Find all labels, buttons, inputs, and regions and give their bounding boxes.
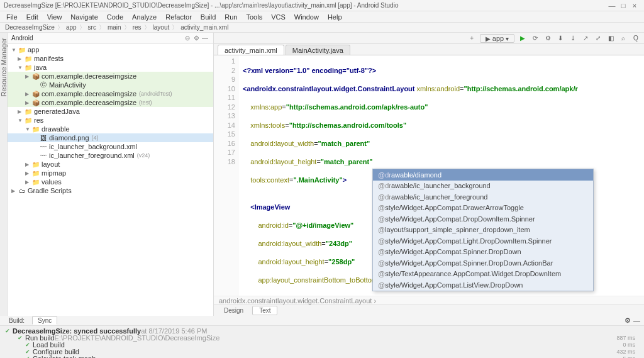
search-everywhere-icon[interactable]: Q: [631, 34, 640, 43]
build-item[interactable]: ✔Run build E:\PROJEKTE\ANDROID_STUDIO\De…: [5, 334, 639, 341]
tree-item-java[interactable]: ▼📁java: [8, 63, 213, 72]
tab-mainactivity[interactable]: MainActivity.java: [286, 45, 350, 55]
breadcrumb: DecreaseImgSize〉 app〉 src〉 main〉 res〉 la…: [0, 23, 644, 33]
add-config-button[interactable]: +: [467, 34, 476, 43]
build-panel-tabs: Build: Sync ⚙ —: [0, 316, 644, 326]
tree-item-manifests[interactable]: ▶📁manifests: [8, 54, 213, 63]
design-text-tabs: Design Text: [214, 305, 644, 316]
autocomplete-item[interactable]: @style/Widget.AppCompat.DropDownItem.Spi…: [373, 213, 593, 225]
code-editor[interactable]: 129101112131415161718 <?xml version="1.0…: [214, 55, 644, 296]
text-tab[interactable]: Text: [252, 306, 277, 315]
avd-icon[interactable]: ⤢: [594, 34, 602, 43]
build-tree[interactable]: ✔DecreaseImgSize: synced successfully at…: [0, 326, 644, 358]
tree-item-gradle-scripts[interactable]: ▶🗂Gradle Scripts: [8, 186, 213, 195]
build-panel: ✔DecreaseImgSize: synced successfully at…: [0, 326, 644, 358]
tree-item-generatedjava[interactable]: ▶📁generatedJava: [8, 107, 213, 116]
gear-icon[interactable]: ⚙: [192, 35, 201, 42]
close-button[interactable]: ×: [629, 2, 640, 9]
tree-item-layout[interactable]: ▶📁layout: [8, 160, 213, 169]
sdk-icon[interactable]: ◧: [606, 34, 615, 43]
menu-refactor[interactable]: Refactor: [162, 13, 196, 21]
crumb-main[interactable]: main: [106, 24, 123, 31]
menu-vcs[interactable]: VCS: [267, 13, 289, 21]
collapse-icon[interactable]: ⊖: [183, 35, 192, 42]
stop-icon[interactable]: ⤓: [569, 34, 577, 43]
crumb-app[interactable]: app: [65, 24, 78, 31]
autocomplete-item[interactable]: @style/Widget.AppCompat.Spinner.DropDown: [373, 247, 593, 258]
menu-analyze[interactable]: Analyze: [128, 13, 160, 21]
window-title: DecreaseImgSize [E:\PROJEKTE\ANDROID_STU…: [4, 2, 606, 9]
main-toolbar: + ▶ app ▾ ▶ ⟳ ⚙ ⬇ ⤓ ↗ ⤢ ◧ ⌕ Q: [214, 33, 644, 44]
menu-help[interactable]: Help: [324, 13, 346, 21]
toolwindow-resource-manager[interactable]: Resource Manager: [0, 38, 8, 97]
project-panel: Android ⊖ ⚙ — ▼📁app▶📁manifests▼📁java▶📦co…: [8, 33, 214, 316]
build-hide-icon[interactable]: —: [633, 317, 640, 325]
tree-item-mainactivity[interactable]: ⒸMainActivity: [8, 81, 213, 89]
menu-window[interactable]: Window: [291, 13, 323, 21]
autocomplete-item[interactable]: @drawable/ic_launcher_foreground: [373, 191, 593, 203]
crumb-src[interactable]: src: [87, 24, 97, 31]
titlebar: DecreaseImgSize [E:\PROJEKTE\ANDROID_STU…: [0, 0, 644, 11]
menu-build[interactable]: Build: [197, 13, 219, 21]
tree-item-values[interactable]: ▶📁values: [8, 177, 213, 186]
build-item[interactable]: ✔Load build0 ms: [5, 341, 639, 348]
build-tab-build[interactable]: Build:: [4, 317, 30, 324]
tree-item-ic-launcher-background-xml[interactable]: 〰ic_launcher_background.xml: [8, 142, 213, 151]
autocomplete-item[interactable]: @style/Widget.AppCompat.Light.DropDownIt…: [373, 235, 593, 247]
project-view-selector[interactable]: Android: [11, 35, 183, 42]
tree-item-app[interactable]: ▼📁app: [8, 45, 213, 54]
menu-run[interactable]: Run: [221, 13, 241, 21]
build-item[interactable]: ✔Configure build432 ms: [5, 348, 639, 355]
tree-item-drawable[interactable]: ▼📁drawable: [8, 125, 213, 133]
bottom-area: Build: Sync ⚙ — ✔DecreaseImgSize: synced…: [0, 316, 644, 358]
autocomplete-item[interactable]: @style/Widget.AppCompat.DrawerArrowToggl…: [373, 203, 593, 214]
tree-item-mipmap[interactable]: ▶📁mipmap: [8, 169, 213, 177]
tree-item-com-example-decreaseimgsize[interactable]: ▶📦com.example.decreaseimgsize(test): [8, 98, 213, 107]
autocomplete-item[interactable]: @drawable/ic_launcher_background: [373, 181, 593, 192]
build-gear-icon[interactable]: ⚙: [625, 316, 631, 325]
autocomplete-item[interactable]: @style/Widget.AppCompat.ListView.DropDow…: [373, 279, 593, 291]
tree-item-res[interactable]: ▼📁res: [8, 116, 213, 125]
attach-icon[interactable]: ⬇: [556, 34, 565, 43]
tree-item-diamond-png[interactable]: 🖼diamond.png(4): [8, 133, 213, 142]
build-tab-sync[interactable]: Sync: [32, 316, 57, 325]
search-icon[interactable]: ⌕: [619, 34, 628, 43]
tree-item-com-example-decreaseimgsize[interactable]: ▶📦com.example.decreaseimgsize(androidTes…: [8, 89, 213, 98]
menubar: File Edit View Navigate Code Analyze Ref…: [0, 11, 644, 23]
run-icon[interactable]: ▶: [518, 34, 527, 43]
autocomplete-item[interactable]: @style/TextAppearance.AppCompat.Widget.D…: [373, 269, 593, 280]
tab-activity-main[interactable]: activity_main.xml: [218, 45, 284, 55]
tree-item-com-example-decreaseimgsize[interactable]: ▶📦com.example.decreaseimgsize: [8, 72, 213, 81]
left-toolwindow-stripe[interactable]: Resource Manager: [0, 33, 8, 316]
main-area: Resource Manager Android ⊖ ⚙ — ▼📁app▶📁ma…: [0, 33, 644, 316]
minimize-button[interactable]: —: [606, 2, 618, 9]
crumb-layout[interactable]: layout: [152, 24, 171, 31]
maximize-button[interactable]: □: [618, 2, 629, 9]
menu-navigate[interactable]: Navigate: [67, 13, 101, 21]
hide-icon[interactable]: —: [201, 35, 209, 42]
design-tab[interactable]: Design: [218, 306, 250, 315]
menu-edit[interactable]: Edit: [23, 13, 42, 21]
build-item[interactable]: ✔Calculate task graph5 ms: [5, 355, 639, 358]
autocomplete-popup[interactable]: @drawable/diamond@drawable/ic_launcher_b…: [372, 169, 594, 291]
editor: + ▶ app ▾ ▶ ⟳ ⚙ ⬇ ⤓ ↗ ⤢ ◧ ⌕ Q activity_m…: [214, 33, 644, 316]
run-config-selector[interactable]: ▶ app ▾: [480, 34, 514, 43]
crumb-project[interactable]: DecreaseImgSize: [4, 24, 56, 31]
debug-icon[interactable]: ⟳: [531, 34, 540, 43]
project-panel-header: Android ⊖ ⚙ —: [8, 33, 213, 44]
autocomplete-item[interactable]: @style/Widget.AppCompat.Spinner.DropDown…: [373, 257, 593, 269]
menu-tools[interactable]: Tools: [242, 13, 266, 21]
menu-file[interactable]: File: [3, 13, 21, 21]
autocomplete-item[interactable]: @layout/support_simple_spinner_dropdown_…: [373, 225, 593, 236]
menu-view[interactable]: View: [43, 13, 66, 21]
code-text[interactable]: <?xml version="1.0" encoding="utf-8"?> <…: [239, 55, 644, 296]
project-tree[interactable]: ▼📁app▶📁manifests▼📁java▶📦com.example.decr…: [8, 44, 213, 316]
crumb-file[interactable]: activity_main.xml: [179, 24, 230, 31]
profile-icon[interactable]: ⚙: [543, 34, 552, 43]
menu-code[interactable]: Code: [103, 13, 127, 21]
editor-breadcrumb[interactable]: androidx.constraintlayout.widget.Constra…: [214, 296, 644, 305]
sync-icon[interactable]: ↗: [581, 34, 590, 43]
crumb-res[interactable]: res: [131, 24, 143, 31]
tree-item-ic-launcher-foreground-xml[interactable]: 〰ic_launcher_foreground.xml(v24): [8, 151, 213, 160]
autocomplete-item[interactable]: @drawable/diamond: [373, 169, 593, 181]
